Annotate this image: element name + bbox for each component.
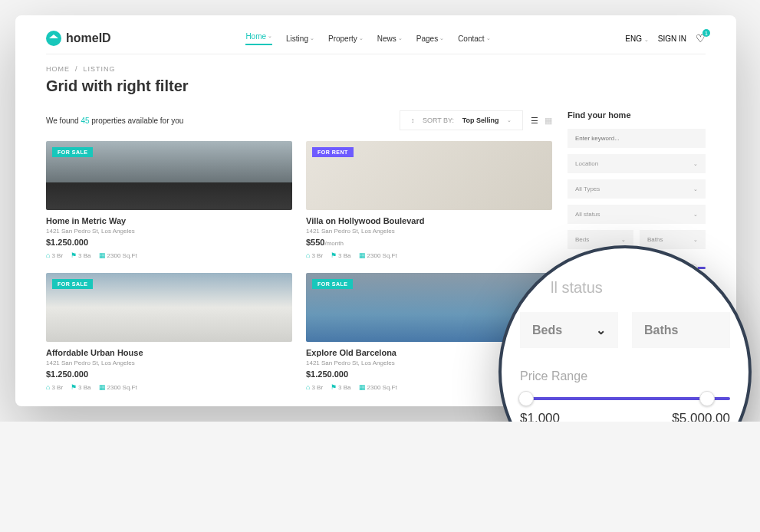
breadcrumb-current: LISTING (84, 65, 116, 73)
listing-tag: FOR RENT (312, 147, 354, 157)
bath-icon: ⚑ (331, 251, 337, 259)
chevron-down-icon: ⌄ (507, 117, 512, 123)
logo-icon (46, 31, 61, 46)
nav-listing[interactable]: Listing⌄ (286, 32, 314, 45)
listing-grid: FOR SALE Home in Metric Way 1421 San Ped… (46, 141, 552, 391)
card-address: 1421 San Pedro St, Los Angeles (306, 228, 552, 235)
chevron-down-icon: ⌄ (693, 186, 698, 192)
page-title: Grid with right filter (46, 77, 706, 95)
chevron-down-icon: ⌄ (621, 237, 626, 243)
filter-heading: Find your home (568, 110, 706, 120)
nav-contact[interactable]: Contact⌄ (458, 32, 490, 45)
nav-pages[interactable]: Pages⌄ (416, 32, 444, 45)
results-topbar: We found 45 properties available for you… (46, 110, 552, 130)
chevron-down-icon: ⌄ (486, 35, 491, 41)
card-features: ⌂3 Br ⚑3 Ba ▦2300 Sq.Ft (46, 251, 292, 259)
card-title: Affordable Urban House (46, 348, 292, 357)
sort-icon: ↕ (411, 117, 415, 124)
listing-tag: FOR SALE (52, 279, 93, 289)
list-view-icon[interactable]: ☰ (531, 116, 538, 126)
listing-tag: FOR SALE (312, 279, 353, 289)
card-image: FOR SALE (46, 141, 292, 210)
breadcrumb-home[interactable]: HOME (46, 65, 70, 73)
card-title: Home in Metric Way (46, 216, 292, 225)
card-title: Villa on Hollywood Boulevard (306, 216, 552, 225)
bed-icon: ⌂ (306, 383, 310, 391)
keyword-input[interactable] (568, 129, 706, 148)
card-price: $1.250.000 (46, 369, 292, 379)
card-address: 1421 San Pedro St, Los Angeles (46, 228, 292, 235)
card-price: $1.250.000 (46, 238, 292, 247)
zoom-status: ll status (551, 279, 730, 297)
card-address: 1421 San Pedro St, Los Angeles (46, 360, 292, 366)
main-column: We found 45 properties available for you… (46, 110, 552, 391)
right-nav: ENG ⌄ SIGN IN ♡1 (625, 32, 706, 44)
bed-icon: ⌂ (46, 251, 50, 259)
location-select[interactable]: Location⌄ (568, 154, 706, 173)
listing-card[interactable]: FOR SALE Affordable Urban House 1421 San… (46, 273, 292, 391)
listing-tag: FOR SALE (52, 147, 93, 157)
zoom-baths-select[interactable]: Baths (632, 312, 730, 348)
grid-view-icon[interactable]: ▦ (545, 116, 552, 126)
chevron-down-icon: ⌄ (398, 35, 403, 41)
zoom-price-slider[interactable] (520, 397, 730, 400)
sign-in-link[interactable]: SIGN IN (658, 34, 686, 43)
chevron-down-icon: ⌄ (268, 33, 272, 39)
breadcrumb: HOME / LISTING (46, 65, 706, 73)
wishlist-badge: 1 (702, 29, 710, 37)
area-icon: ▦ (359, 383, 366, 391)
sort-select[interactable]: ↕ SORT BY: Top Selling ⌄ (400, 110, 523, 130)
zoom-price-label: Price Range (520, 369, 730, 383)
card-image: FOR SALE (46, 273, 292, 342)
chevron-down-icon: ⌄ (310, 35, 314, 41)
nav-property[interactable]: Property⌄ (328, 32, 364, 45)
bath-icon: ⚑ (71, 251, 77, 259)
nav-home[interactable]: Home⌄ (245, 32, 272, 45)
area-icon: ▦ (359, 251, 366, 259)
app-window: homeID Home⌄ Listing⌄ Property⌄ News⌄ Pa… (15, 15, 736, 406)
listing-card[interactable]: FOR SALE Home in Metric Way 1421 San Ped… (46, 141, 292, 259)
chevron-down-icon: ⌄ (439, 35, 444, 41)
area-icon: ▦ (99, 251, 106, 259)
chevron-down-icon: ⌄ (693, 161, 698, 167)
logo[interactable]: homeID (46, 31, 111, 46)
card-features: ⌂3 Br ⚑3 Ba ▦2300 Sq.Ft (306, 251, 552, 259)
chevron-down-icon: ⌄ (693, 237, 698, 243)
baths-select[interactable]: Baths⌄ (640, 230, 706, 249)
chevron-down-icon: ⌄ (644, 37, 649, 42)
language-select[interactable]: ENG ⌄ (625, 34, 648, 43)
listing-card[interactable]: FOR RENT Villa on Hollywood Boulevard 14… (306, 141, 552, 259)
card-features: ⌂3 Br ⚑3 Ba ▦2300 Sq.Ft (46, 383, 292, 391)
bath-icon: ⚑ (71, 383, 77, 391)
status-select[interactable]: All status⌄ (568, 205, 706, 224)
logo-text: homeID (66, 31, 111, 45)
results-count: We found 45 properties available for you (46, 117, 183, 125)
bed-icon: ⌂ (306, 251, 310, 259)
chevron-down-icon: ⌄ (596, 323, 606, 337)
bath-icon: ⚑ (331, 383, 337, 391)
bed-icon: ⌂ (46, 383, 50, 391)
chevron-down-icon: ⌄ (359, 35, 364, 41)
main-nav: Home⌄ Listing⌄ Property⌄ News⌄ Pages⌄ Co… (245, 32, 490, 45)
nav-news[interactable]: News⌄ (377, 32, 403, 45)
area-icon: ▦ (99, 383, 106, 391)
card-image: FOR RENT (306, 141, 552, 210)
wishlist-icon[interactable]: ♡1 (696, 32, 706, 44)
header: homeID Home⌄ Listing⌄ Property⌄ News⌄ Pa… (46, 31, 706, 54)
card-price: $550/month (306, 238, 552, 247)
types-select[interactable]: All Types⌄ (568, 179, 706, 199)
zoom-beds-select[interactable]: Beds⌄ (520, 312, 618, 348)
chevron-down-icon: ⌄ (693, 212, 698, 218)
